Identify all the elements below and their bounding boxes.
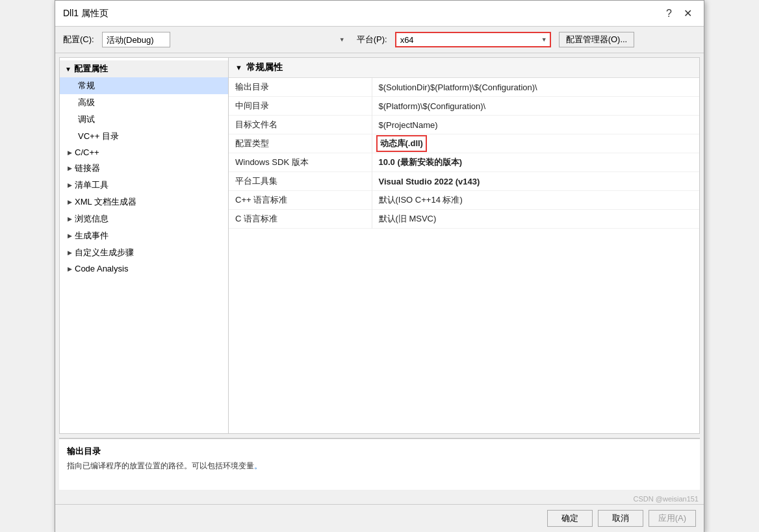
sidebar-group-label: 浏览信息 [75, 213, 109, 225]
platform-select-wrapper: x64 [395, 32, 551, 47]
table-row: C++ 语言标准 默认(ISO C++14 标准) [229, 191, 699, 210]
config-type-highlight: 动态库(.dll) [379, 138, 424, 149]
cancel-button[interactable]: 取消 [598, 510, 643, 527]
ok-button[interactable]: 确定 [547, 510, 593, 527]
prop-value: 默认(旧 MSVC) [372, 210, 699, 229]
group-expand-icon: ▶ [68, 249, 72, 256]
prop-value: Visual Studio 2022 (v143) [372, 172, 699, 191]
sidebar-group-custom-build[interactable]: ▶ 自定义生成步骤 [60, 244, 228, 261]
section-tri-icon: ▼ [235, 64, 242, 71]
prop-name: Windows SDK 版本 [229, 153, 372, 172]
help-button[interactable]: ? [662, 6, 676, 21]
prop-value: $(Platform)\$(Configuration)\ [372, 97, 699, 116]
sidebar-item-label: 高级 [78, 97, 95, 107]
sidebar-item-label: VC++ 目录 [78, 131, 119, 141]
prop-value: 动态库(.dll) [372, 134, 699, 153]
sidebar: ▼ 配置属性 常规 高级 调试 VC++ 目录 ▶ C/C++ ▶ 链接器 [60, 58, 229, 433]
prop-name: 目标文件名 [229, 116, 372, 134]
config-manager-button[interactable]: 配置管理器(O)... [559, 32, 635, 47]
prop-name: 平台工具集 [229, 172, 372, 191]
sidebar-group-label: 清单工具 [75, 179, 109, 191]
prop-name: C++ 语言标准 [229, 191, 372, 210]
apply-button[interactable]: 应用(A) [649, 510, 696, 527]
sidebar-group-browse[interactable]: ▶ 浏览信息 [60, 210, 228, 227]
dialog-title: Dll1 属性页 [63, 8, 109, 19]
properties-table: 输出目录 $(SolutionDir)$(Platform)\$(Configu… [229, 78, 699, 229]
sidebar-group-manifest[interactable]: ▶ 清单工具 [60, 177, 228, 194]
prop-value: $(SolutionDir)$(Platform)\$(Configuratio… [372, 78, 699, 97]
content-section-header: ▼ 常规属性 [229, 58, 699, 78]
sidebar-section-label: 配置属性 [74, 63, 108, 75]
table-row: 平台工具集 Visual Studio 2022 (v143) [229, 172, 699, 191]
desc-link[interactable]: 。 [254, 461, 262, 470]
platform-label: 平台(P): [357, 34, 387, 45]
main-area: ▼ 配置属性 常规 高级 调试 VC++ 目录 ▶ C/C++ ▶ 链接器 [59, 57, 700, 434]
prop-name: 配置类型 [229, 134, 372, 153]
group-expand-icon: ▶ [68, 182, 72, 188]
sidebar-item-label: 调试 [78, 114, 95, 124]
prop-name: C 语言标准 [229, 210, 372, 229]
sidebar-group-linker[interactable]: ▶ 链接器 [60, 160, 228, 177]
prop-value: 10.0 (最新安装的版本) [372, 153, 699, 172]
sidebar-group-label: XML 文档生成器 [75, 196, 136, 208]
sidebar-group-build-events[interactable]: ▶ 生成事件 [60, 227, 228, 244]
sidebar-item-debug[interactable]: 调试 [60, 111, 228, 128]
section-collapse-icon: ▼ [65, 66, 71, 73]
desc-content: 指向已编译程序的放置位置的路径。可以包括环境变量 [67, 461, 254, 470]
sidebar-group-xml[interactable]: ▶ XML 文档生成器 [60, 194, 228, 210]
group-expand-icon: ▶ [68, 266, 72, 272]
sidebar-group-code-analysis[interactable]: ▶ Code Analysis [60, 261, 228, 276]
sidebar-group-label: Code Analysis [75, 264, 128, 273]
group-expand-icon: ▶ [68, 165, 72, 171]
platform-select[interactable]: x64 [395, 32, 551, 47]
sidebar-item-general[interactable]: 常规 [60, 77, 228, 94]
description-text: 指向已编译程序的放置位置的路径。可以包括环境变量。 [67, 460, 692, 472]
sidebar-group-cpp[interactable]: ▶ C/C++ [60, 145, 228, 160]
table-row-config-type: 配置类型 动态库(.dll) [229, 134, 699, 153]
title-bar-buttons: ? ✕ [662, 6, 696, 21]
sidebar-group-label: 链接器 [75, 162, 100, 174]
prop-name: 输出目录 [229, 78, 372, 97]
table-row: Windows SDK 版本 10.0 (最新安装的版本) [229, 153, 699, 172]
prop-value: $(ProjectName) [372, 116, 699, 134]
description-area: 输出目录 指向已编译程序的放置位置的路径。可以包括环境变量。 [59, 438, 700, 490]
config-label: 配置(C): [63, 34, 94, 45]
sidebar-group-label: C/C++ [75, 147, 99, 157]
description-title: 输出目录 [67, 446, 692, 457]
table-row: 目标文件名 $(ProjectName) [229, 116, 699, 134]
title-bar: Dll1 属性页 ? ✕ [55, 1, 704, 27]
close-button[interactable]: ✕ [680, 6, 696, 21]
footer: 确定 取消 应用(A) [55, 504, 704, 532]
content-panel: ▼ 常规属性 输出目录 $(SolutionDir)$(Platform)\$(… [229, 58, 699, 433]
table-row: 中间目录 $(Platform)\$(Configuration)\ [229, 97, 699, 116]
sidebar-group-label: 自定义生成步骤 [75, 247, 134, 259]
dialog: Dll1 属性页 ? ✕ 配置(C): 活动(Debug) 平台(P): x64… [55, 0, 704, 532]
config-bar: 配置(C): 活动(Debug) 平台(P): x64 配置管理器(O)... [55, 27, 704, 53]
content-section-label: 常规属性 [246, 62, 283, 73]
sidebar-item-label: 常规 [78, 81, 95, 90]
prop-value: 默认(ISO C++14 标准) [372, 191, 699, 210]
watermark: CSDN @weisian151 [55, 494, 704, 504]
prop-name: 中间目录 [229, 97, 372, 116]
sidebar-group-label: 生成事件 [75, 230, 109, 242]
table-row: C 语言标准 默认(旧 MSVC) [229, 210, 699, 229]
group-expand-icon: ▶ [68, 149, 72, 156]
sidebar-section-header: ▼ 配置属性 [60, 60, 228, 77]
group-expand-icon: ▶ [68, 199, 72, 205]
group-expand-icon: ▶ [68, 233, 72, 239]
config-select[interactable]: 活动(Debug) [102, 32, 170, 47]
sidebar-item-vc-dirs[interactable]: VC++ 目录 [60, 128, 228, 145]
config-select-wrapper: 活动(Debug) [102, 32, 349, 47]
table-row: 输出目录 $(SolutionDir)$(Platform)\$(Configu… [229, 78, 699, 97]
group-expand-icon: ▶ [68, 216, 72, 222]
sidebar-item-advanced[interactable]: 高级 [60, 94, 228, 111]
